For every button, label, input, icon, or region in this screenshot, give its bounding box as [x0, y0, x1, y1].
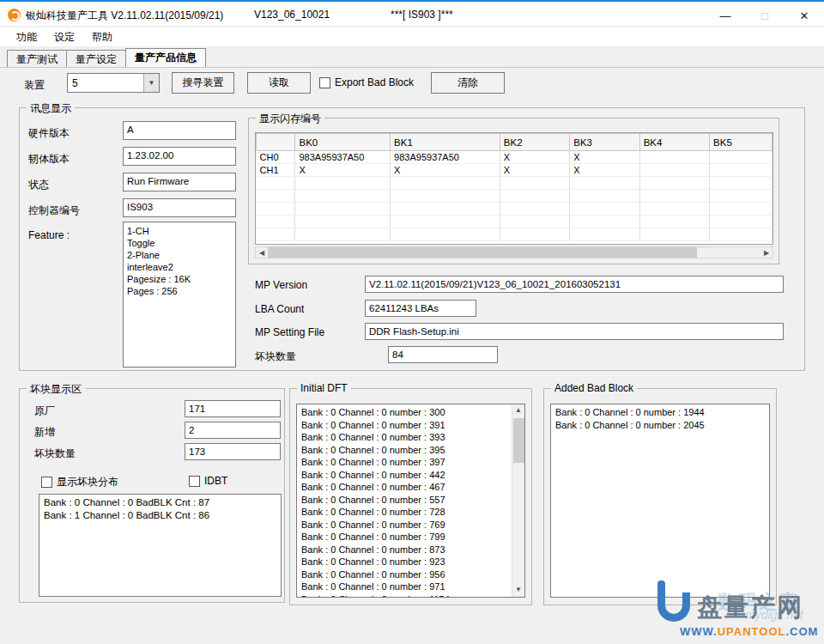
table-row	[257, 190, 772, 203]
list-item[interactable]: Bank : 0 Channel : 0 number : 397	[301, 456, 511, 469]
lba-count-label: LBA Count	[255, 303, 304, 315]
new-bad-field[interactable]: 2	[185, 422, 281, 439]
maximize-button[interactable]: □	[745, 3, 785, 27]
tab-mp-product-info[interactable]: 量产产品信息	[125, 48, 206, 67]
device-select[interactable]: 5 ▼	[67, 73, 160, 93]
checkbox-box-icon[interactable]	[41, 477, 52, 488]
list-item[interactable]: Bank : 0 Channel : 0 BadBLK Cnt : 87	[44, 496, 281, 509]
minimize-button[interactable]: —	[706, 3, 745, 27]
mp-version-label: MP Version	[255, 279, 307, 291]
fw-version-field[interactable]: 1.23.02.00	[123, 147, 236, 166]
app-icon	[8, 9, 21, 21]
mp-version-field[interactable]: V2.11.02.11(2015/09/21)V123_06_10021_201…	[365, 276, 784, 293]
list-item[interactable]: Bank : 0 Channel : 0 number : 395	[301, 444, 511, 457]
lba-count-field[interactable]: 62411243 LBAs	[365, 300, 476, 317]
total-bad-field[interactable]: 173	[185, 443, 281, 460]
watermark-url-brand: UPANTOOL	[718, 625, 786, 638]
cell-ch0-bk3: X	[570, 151, 639, 164]
checkbox-box-icon[interactable]	[319, 77, 330, 88]
table-row	[257, 177, 772, 190]
cell-ch0-bk1: 983A95937A50	[391, 151, 500, 164]
hw-version-field[interactable]: A	[123, 121, 236, 140]
list-item[interactable]: Bank : 0 Channel : 0 number : 467	[301, 481, 511, 494]
row-label-ch1: CH1	[257, 164, 295, 177]
tab-mp-settings[interactable]: 量产设定	[66, 50, 126, 67]
scrollbar-thumb[interactable]	[513, 418, 524, 463]
list-item[interactable]: Bank : 0 Channel : 0 number : 956	[301, 568, 511, 581]
initial-dft-list[interactable]: Bank : 0 Channel : 0 number : 300Bank : …	[296, 404, 525, 598]
scroll-up-icon[interactable]: ▲	[512, 404, 524, 417]
list-item[interactable]: Bank : 1 Channel : 0 BadBLK Cnt : 86	[44, 509, 281, 522]
cell-ch1-bk2: X	[500, 164, 569, 177]
list-item[interactable]: Bank : 0 Channel : 0 number : 1944	[555, 406, 769, 419]
chevron-down-icon[interactable]: ▼	[143, 74, 159, 92]
list-item[interactable]: Bank : 0 Channel : 0 number : 393	[301, 431, 511, 444]
initial-dft-group-title: Initial DFT	[297, 382, 351, 394]
list-item[interactable]: Bank : 0 Channel : 0 number : 442	[301, 469, 511, 482]
close-button[interactable]: ✕	[785, 3, 824, 27]
table-row[interactable]: CH0 983A95937A50 983A95937A50 X X	[257, 151, 772, 164]
list-item[interactable]: Bank : 0 Channel : 0 number : 923	[301, 556, 511, 568]
search-device-button[interactable]: 搜寻装置	[172, 72, 234, 94]
read-button[interactable]: 读取	[247, 72, 311, 94]
scroll-right-icon[interactable]: ▶	[760, 247, 772, 258]
col-header-bk5: BK5	[710, 134, 772, 151]
list-item[interactable]: Bank : 0 Channel : 0 number : 2045	[555, 419, 769, 432]
col-header-bk3: BK3	[570, 134, 639, 151]
scroll-down-icon[interactable]: ▼	[512, 584, 524, 597]
menu-settings[interactable]: 设定	[46, 28, 82, 46]
cell-ch0-bk5	[710, 151, 772, 164]
cell-ch1-bk3: X	[570, 164, 639, 177]
status-label: 状态	[28, 178, 49, 192]
tab-strip: 量产测试 量产设定 量产产品信息	[7, 48, 205, 67]
cell-ch1-bk4	[639, 164, 709, 177]
export-bad-block-checkbox[interactable]: Export Bad Block	[319, 76, 414, 88]
added-bad-block-group-title: Added Bad Block	[551, 382, 637, 394]
cell-ch0-bk4	[639, 151, 709, 164]
mp-setting-file-field[interactable]: DDR Flash-Setup.ini	[365, 323, 784, 340]
controller-id-label: 控制器编号	[28, 204, 80, 218]
table-horizontal-scrollbar[interactable]: ◀ ▶	[255, 246, 773, 258]
status-field[interactable]: Run Firmware	[123, 173, 236, 191]
cell-ch0-bk2: X	[500, 151, 569, 164]
window-version: V123_06_10021	[254, 9, 330, 21]
idbt-checkbox[interactable]: IDBT	[189, 475, 227, 487]
scroll-left-icon[interactable]: ◀	[256, 247, 268, 258]
total-bad-label: 坏块数量	[34, 447, 76, 461]
list-item[interactable]: Bank : 0 Channel : 0 number : 873	[301, 544, 511, 556]
feature-field[interactable]: 1-CH Toggle 2-Plane interleave2 Pagesize…	[123, 222, 236, 368]
list-item[interactable]: Bank : 0 Channel : 0 number : 769	[301, 519, 511, 532]
scrollbar-thumb[interactable]	[268, 247, 697, 258]
menu-help[interactable]: 帮助	[84, 28, 120, 46]
factory-bad-field[interactable]: 171	[185, 400, 281, 417]
bad-block-count-field[interactable]: 84	[388, 346, 498, 363]
list-item[interactable]: Bank : 0 Channel : 0 number : 300	[301, 406, 511, 419]
added-bad-block-list[interactable]: Bank : 0 Channel : 0 number : 1944Bank :…	[550, 404, 770, 598]
list-item[interactable]: Bank : 0 Channel : 0 number : 971	[301, 580, 511, 593]
watermark-url-com: .COM	[785, 625, 818, 638]
list-item[interactable]: Bank : 0 Channel : 0 number : 557	[301, 494, 511, 507]
bad-block-list[interactable]: Bank : 0 Channel : 0 BadBLK Cnt : 87Bank…	[39, 494, 282, 597]
menu-function[interactable]: 功能	[9, 28, 45, 46]
list-item[interactable]: Bank : 0 Channel : 0 number : 799	[301, 531, 511, 544]
window-title: 银灿科技量产工具 V2.11.02.11(2015/09/21)	[26, 9, 223, 23]
checkbox-box-icon[interactable]	[189, 476, 200, 487]
window-controller-tag: ***[ IS903 ]***	[391, 9, 453, 21]
watermark-site-name: 盘量产网	[697, 591, 803, 625]
flash-id-table[interactable]: BK0 BK1 BK2 BK3 BK4 BK5 CH0 983A95937A50…	[255, 132, 773, 245]
controller-id-field[interactable]: IS903	[123, 198, 236, 217]
bad-block-group-title: 坏块显示区	[27, 382, 85, 397]
list-item[interactable]: Bank : 0 Channel : 0 number : 1154	[301, 593, 511, 598]
tab-mp-test[interactable]: 量产测试	[7, 50, 67, 67]
tab-divider	[0, 67, 824, 68]
list-item[interactable]: Bank : 0 Channel : 0 number : 391	[301, 419, 511, 432]
dft-vertical-scrollbar[interactable]: ▲ ▼	[512, 404, 524, 597]
table-row[interactable]: CH1 X X X X	[257, 164, 772, 177]
clear-button[interactable]: 清除	[431, 72, 505, 94]
idbt-label: IDBT	[204, 475, 227, 487]
cell-ch1-bk0: X	[295, 164, 391, 177]
show-bad-block-dist-checkbox[interactable]: 显示坏块分布	[41, 475, 118, 489]
list-item[interactable]: Bank : 0 Channel : 0 number : 728	[301, 506, 511, 519]
menu-bar: 功能 设定 帮助	[0, 27, 824, 46]
col-header-bk1: BK1	[391, 134, 500, 151]
